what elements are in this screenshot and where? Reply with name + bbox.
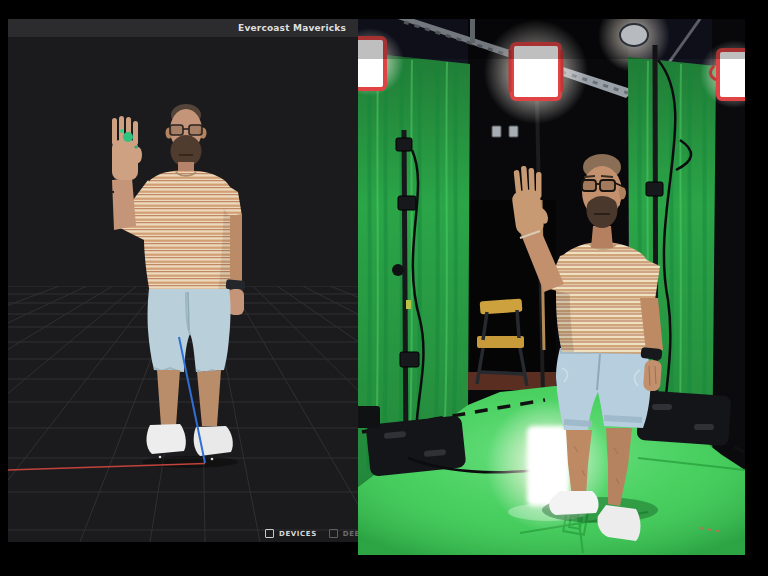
chair xyxy=(477,299,527,386)
devices-checkbox[interactable]: DEVICES xyxy=(265,529,317,538)
scan-hand-raised xyxy=(112,116,142,180)
reference-photo xyxy=(358,19,745,555)
titlebar[interactable]: Evercoast Mavericks xyxy=(8,19,358,38)
screen: Evercoast Mavericks xyxy=(0,0,768,576)
checkbox-icon[interactable] xyxy=(329,529,338,538)
viewer-panel: Evercoast Mavericks xyxy=(8,19,358,542)
vignette xyxy=(358,19,745,59)
app-title: Evercoast Mavericks xyxy=(8,19,358,37)
viewport-3d[interactable] xyxy=(8,37,358,542)
checkbox-icon[interactable] xyxy=(265,529,274,538)
viewer-toolbar: DEVICES DEBUG xyxy=(265,529,358,538)
debug-checkbox[interactable]: DEBUG xyxy=(329,529,358,538)
debug-label: DEBUG xyxy=(343,530,358,538)
devices-label: DEVICES xyxy=(279,530,317,538)
stand-base-right xyxy=(636,390,731,446)
